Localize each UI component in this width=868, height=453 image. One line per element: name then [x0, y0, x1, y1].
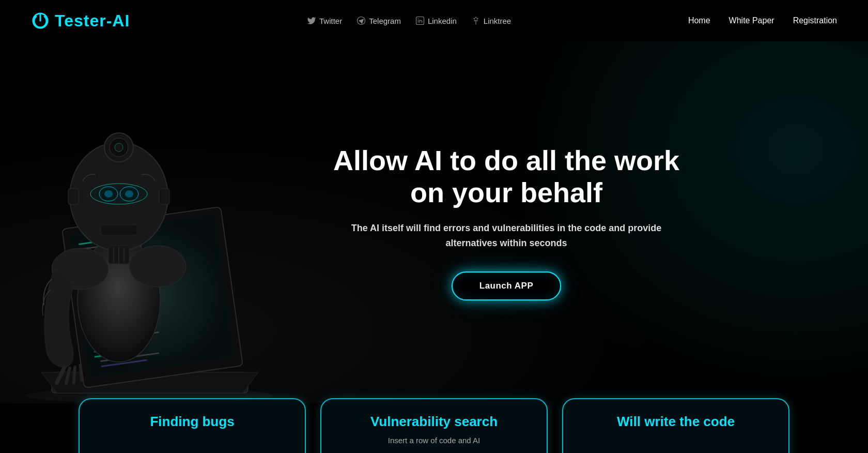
svg-point-61: [115, 143, 123, 152]
hero-subtitle: The AI itself will find errors and vulne…: [331, 221, 682, 251]
launch-app-button[interactable]: Launch APP: [452, 271, 562, 300]
twitter-link[interactable]: Twitter: [307, 16, 342, 25]
linkedin-link[interactable]: Linkedin: [415, 16, 457, 25]
feature-card-vulnerability: Vulnerability search Insert a row of cod…: [320, 398, 548, 453]
twitter-icon: [307, 16, 316, 25]
robot-illustration: [0, 52, 300, 403]
hero-title: Allow AI to do all the work on your beha…: [331, 144, 682, 208]
svg-point-58: [125, 190, 133, 198]
svg-point-57: [104, 190, 113, 198]
svg-point-52: [129, 246, 186, 287]
telegram-link[interactable]: Telegram: [357, 16, 401, 25]
svg-rect-62: [68, 189, 79, 204]
feature-card-writecode: Will write the code: [562, 398, 789, 453]
linktree-label: Linktree: [484, 17, 511, 25]
feature-vuln-desc: Insert a row of code and AI: [338, 435, 530, 447]
telegram-label: Telegram: [369, 17, 401, 25]
navbar: Tester-AI Twitter Telegram: [0, 0, 868, 41]
features-section: Finding bugs Vulnerability search Insert…: [0, 398, 868, 453]
linkedin-icon: [415, 16, 425, 25]
power-icon: [31, 11, 50, 30]
feature-bugs-title: Finding bugs: [96, 414, 288, 430]
linktree-icon: [471, 16, 481, 25]
hero-content: Allow AI to do all the work on your beha…: [331, 144, 682, 300]
nav-home[interactable]: Home: [688, 16, 710, 25]
svg-rect-63: [159, 189, 169, 204]
feature-code-title: Will write the code: [580, 414, 772, 430]
linkedin-label: Linkedin: [428, 17, 457, 25]
feature-vuln-title: Vulnerability search: [338, 414, 530, 430]
logo-text: Tester-AI: [55, 11, 130, 31]
nav-links: Home White Paper Registration: [688, 16, 837, 25]
hero-section: Allow AI to do all the work on your beha…: [0, 41, 868, 403]
feature-card-bugs: Finding bugs: [79, 398, 306, 453]
nav-registration[interactable]: Registration: [793, 16, 837, 25]
nav-whitepaper[interactable]: White Paper: [729, 16, 774, 25]
twitter-label: Twitter: [319, 17, 342, 25]
social-links: Twitter Telegram: [307, 16, 511, 25]
svg-point-5: [417, 19, 419, 20]
telegram-icon: [357, 16, 366, 25]
linktree-link[interactable]: Linktree: [471, 16, 511, 25]
svg-rect-64: [101, 225, 137, 235]
logo-link[interactable]: Tester-AI: [31, 11, 130, 31]
